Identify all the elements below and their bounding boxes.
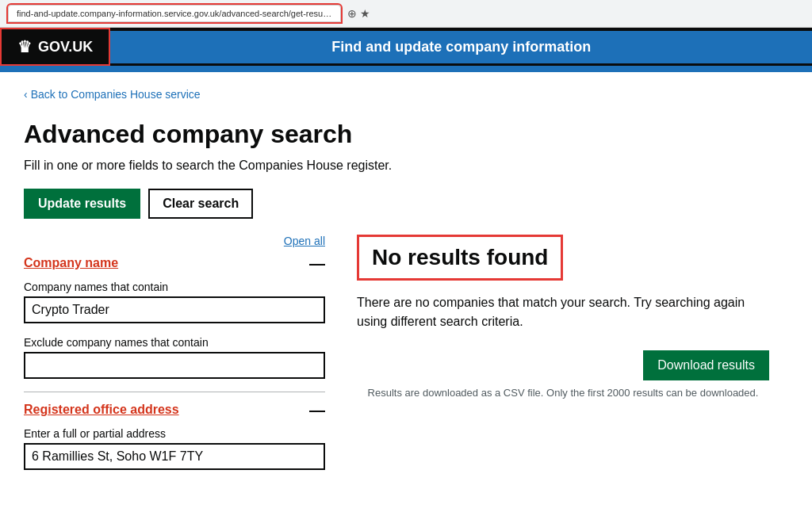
section-divider [24, 392, 325, 392]
address-label: Enter a full or partial address [24, 427, 325, 440]
chevron-left-icon: ‹ [24, 88, 28, 101]
gov-logo-section: ♛ GOV.UK [0, 28, 110, 66]
open-all-container: Open all [24, 235, 325, 247]
address-input[interactable] [24, 443, 325, 470]
page-subtitle: Fill in one or more fields to search the… [24, 159, 769, 173]
company-excludes-input[interactable] [24, 352, 325, 379]
company-name-section: Company name — Company names that contai… [24, 255, 325, 379]
registered-office-collapse-icon[interactable]: — [309, 402, 325, 418]
blue-accent-bar [0, 66, 812, 72]
browser-chrome: find-and-update.company-information.serv… [0, 0, 812, 28]
crown-icon: ♛ [17, 37, 32, 56]
company-name-collapse-icon[interactable]: — [309, 255, 325, 271]
left-panel: Open all Company name — Company names th… [24, 235, 325, 483]
service-name: Find and update company information [110, 31, 812, 63]
open-all-link[interactable]: Open all [284, 235, 325, 247]
gov-logo-text: GOV.UK [38, 39, 93, 55]
registered-office-title[interactable]: Registered office address [24, 403, 179, 417]
main-container: ‹ Back to Companies House service Advanc… [0, 72, 793, 499]
no-results-heading: No results found [372, 245, 548, 270]
page-title: Advanced company search [24, 120, 769, 149]
company-includes-label: Company names that contain [24, 281, 325, 293]
browser-tab[interactable]: find-and-update.company-information.serv… [8, 5, 341, 22]
download-results-button[interactable]: Download results [643, 350, 769, 380]
company-name-title[interactable]: Company name [24, 256, 118, 270]
gov-header: ♛ GOV.UK Find and update company informa… [0, 28, 812, 66]
clear-search-button[interactable]: Clear search [148, 189, 253, 219]
download-note: Results are downloaded as a CSV file. On… [357, 387, 769, 399]
browser-icons: ⊕ ★ [347, 7, 370, 20]
no-results-text: There are no companies that match your s… [357, 293, 769, 331]
right-panel: No results found There are no companies … [357, 235, 769, 483]
company-name-header: Company name — [24, 255, 325, 271]
company-excludes-label: Exclude company names that contain [24, 336, 325, 349]
update-results-button[interactable]: Update results [24, 189, 140, 219]
content-layout: Open all Company name — Company names th… [24, 235, 769, 483]
registered-office-header: Registered office address — [24, 402, 325, 418]
no-results-box: No results found [357, 235, 563, 281]
download-row: Download results [357, 350, 769, 380]
registered-office-section: Registered office address — Enter a full… [24, 402, 325, 470]
back-link[interactable]: ‹ Back to Companies House service [24, 88, 201, 101]
action-buttons: Update results Clear search [24, 189, 769, 219]
company-includes-input[interactable] [24, 296, 325, 323]
